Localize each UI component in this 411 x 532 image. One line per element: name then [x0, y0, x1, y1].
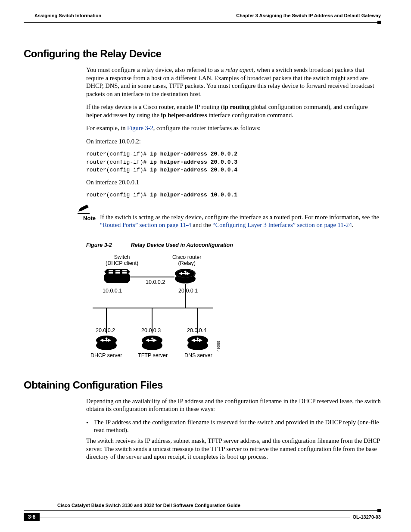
fig-switch-label: Switch(DHCP client) — [106, 254, 138, 266]
fig-ip-switch: 10.0.0.1 — [103, 288, 122, 294]
footer: Cisco Catalyst Blade Switch 3130 and 303… — [24, 503, 381, 521]
fig-ip-a: 20.0.0.2 — [96, 327, 115, 333]
link-layer3-interfaces[interactable]: “Configuring Layer 3 Interfaces” section… — [212, 221, 352, 228]
note-pencil-icon — [78, 204, 90, 214]
bullet-item-1: • The IP address and the configuration f… — [86, 418, 381, 434]
doc-number: OL-13270-03 — [350, 514, 381, 520]
page: Assigning Switch Information Chapter 3 A… — [0, 0, 411, 532]
code-block-2: router(config-if)# ip helper-address 10.… — [86, 191, 381, 199]
link-figure-3-2[interactable]: Figure 3-2 — [127, 124, 153, 131]
bullet-dot-icon: • — [86, 418, 94, 434]
page-number: 3-8 — [24, 513, 40, 521]
body-column: You must configure a relay device, also … — [86, 66, 381, 199]
fig-ip-b: 20.0.0.3 — [141, 327, 161, 333]
para-2: If the relay device is a Cisco router, e… — [86, 103, 381, 119]
section-title-relay: Configuring the Relay Device — [24, 48, 381, 60]
para-5: On interface 20.0.0.1 — [86, 178, 381, 187]
fig-dhcp-label: DHCP server — [90, 352, 122, 358]
svg-rect-9 — [122, 272, 127, 274]
figure-caption: Figure 3-2Relay Device Used in Autoconfi… — [86, 242, 381, 248]
dhcp-server-icon — [96, 335, 117, 352]
para-4: On interface 10.0.0.2: — [86, 137, 381, 146]
svg-marker-3 — [104, 269, 130, 274]
para-s2-1: Depending on the availability of the IP … — [86, 397, 381, 413]
note-block: Note If the switch is acting as the rela… — [69, 204, 381, 229]
fig-image-id: 49068 — [216, 341, 221, 352]
svg-rect-4 — [109, 270, 113, 271]
code-block-1: router(config-if)# ip helper-address 20.… — [86, 150, 381, 174]
body-column-2: Depending on the availability of the IP … — [86, 397, 381, 461]
svg-rect-8 — [115, 272, 120, 274]
fig-router-label: Cisco router(Relay) — [172, 254, 201, 266]
para-1: You must configure a relay device, also … — [86, 66, 381, 98]
switch-icon — [104, 269, 130, 284]
dns-server-icon — [187, 335, 209, 352]
link-routed-ports[interactable]: “Routed Ports” section on page 11-4 — [100, 221, 191, 228]
fig-ip-rt2: 20.0.0.1 — [178, 288, 198, 294]
figure-diagram: Switch(DHCP client) Cisco router(Relay) — [86, 254, 246, 366]
header-section: Assigning Switch Information — [34, 13, 101, 18]
svg-rect-6 — [122, 270, 127, 271]
footer-guide-title: Cisco Catalyst Blade Switch 3130 and 303… — [57, 503, 381, 508]
note-label: Note — [72, 215, 100, 221]
para-3: For example, in Figure 3-2, configure th… — [86, 124, 381, 132]
section-title-obtaining: Obtaining Configuration Files — [24, 379, 381, 391]
router-top-icon — [174, 268, 196, 285]
para-s2-sub: The switch receives its IP address, subn… — [86, 437, 381, 461]
fig-tftp-label: TFTP server — [138, 352, 168, 358]
svg-rect-7 — [109, 272, 113, 274]
svg-rect-5 — [115, 270, 120, 271]
fig-ip-c: 20.0.0.4 — [187, 327, 206, 333]
running-header: Assigning Switch Information Chapter 3 A… — [24, 13, 381, 19]
tftp-server-icon — [141, 335, 163, 352]
note-body: If the switch is acting as the relay dev… — [100, 204, 381, 229]
fig-ip-rt1: 10.0.0.2 — [146, 279, 165, 285]
fig-dns-label: DNS server — [184, 352, 212, 358]
header-rule — [24, 21, 381, 24]
header-chapter: Chapter 3 Assigning the Switch IP Addres… — [236, 13, 381, 18]
